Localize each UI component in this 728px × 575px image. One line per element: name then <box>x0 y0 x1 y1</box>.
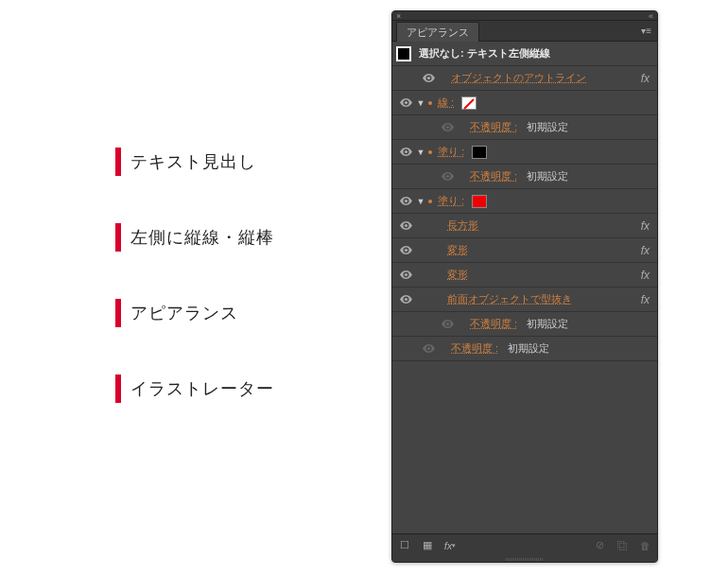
svg-point-5 <box>404 200 407 202</box>
visibility-icon[interactable] <box>396 246 415 254</box>
effect-label[interactable]: 変形 <box>447 243 468 257</box>
fill-label[interactable]: 塗り : <box>438 194 464 208</box>
opacity-row[interactable]: 不透明度 : 初期設定 <box>392 115 657 140</box>
fx-icon[interactable]: fx <box>641 293 650 306</box>
svg-point-7 <box>404 249 407 252</box>
panel-body: 選択なし: テキスト左側縦線 オブジェクトのアウトライン fx ▼ 線 : <box>392 42 657 533</box>
disclosure-icon[interactable]: ▼ <box>415 148 426 157</box>
fx-icon[interactable]: fx <box>641 72 650 85</box>
svg-point-1 <box>404 101 407 104</box>
visibility-icon[interactable] <box>419 344 438 353</box>
red-bar <box>115 148 121 176</box>
close-icon[interactable]: × <box>396 11 401 21</box>
opacity-label[interactable]: 不透明度 : <box>470 169 517 183</box>
svg-point-10 <box>445 322 448 325</box>
opacity-row[interactable]: 不透明度 : 初期設定 <box>392 312 657 337</box>
visibility-icon[interactable] <box>438 320 457 328</box>
opacity-value: 初期設定 <box>527 317 568 331</box>
heading-text: アピアランス <box>130 302 238 324</box>
svg-point-6 <box>404 224 407 227</box>
panel-menu-icon[interactable]: ▾≡ <box>641 26 651 36</box>
new-stroke-icon[interactable]: ☐ <box>398 539 411 552</box>
effect-row-transform[interactable]: 変形 fx <box>392 263 657 288</box>
resize-grip[interactable] <box>392 556 657 562</box>
opacity-label[interactable]: 不透明度 : <box>451 341 498 356</box>
opacity-row[interactable]: 不透明度 : 初期設定 <box>392 165 657 189</box>
effect-row-transform[interactable]: 変形 fx <box>392 238 657 263</box>
visibility-icon[interactable] <box>396 221 415 230</box>
visibility-icon[interactable] <box>396 270 415 279</box>
fill-label[interactable]: 塗り : <box>438 145 464 159</box>
panel-footer: ☐ ▦ fx▾ ⊘ ⿻ 🗑 <box>392 533 657 556</box>
bullet-icon <box>428 150 432 154</box>
effect-label[interactable]: 長方形 <box>447 218 478 233</box>
disclosure-icon[interactable]: ▼ <box>415 98 426 108</box>
appearance-tab[interactable]: アピアランス <box>396 22 479 42</box>
heading-item: イラストレーター <box>115 375 274 403</box>
visibility-icon[interactable] <box>419 74 438 82</box>
heading-item: テキスト見出し <box>115 148 274 176</box>
effect-row-outline[interactable]: オブジェクトのアウトライン fx <box>392 66 657 91</box>
bullet-icon <box>428 101 432 105</box>
new-fill-icon[interactable]: ▦ <box>421 539 434 552</box>
stroke-row[interactable]: ▼ 線 : <box>392 91 657 115</box>
panel-tab-row: アピアランス ▾≡ <box>392 21 657 42</box>
svg-point-11 <box>426 347 429 350</box>
fill-swatch-black[interactable] <box>472 146 487 159</box>
panel-topbar: × « <box>392 11 657 21</box>
visibility-icon[interactable] <box>396 148 415 156</box>
visibility-icon[interactable] <box>396 98 415 107</box>
effect-row-knockout[interactable]: 前面オブジェクトで型抜き fx <box>392 288 657 312</box>
heading-item: 左側に縦線・縦棒 <box>115 223 274 252</box>
appearance-panel: × « アピアランス ▾≡ 選択なし: テキスト左側縦線 オブジェクトのアウトラ… <box>391 10 658 563</box>
object-opacity-row[interactable]: 不透明度 : 初期設定 <box>392 337 657 361</box>
opacity-value: 初期設定 <box>527 120 568 134</box>
selection-thumbnail <box>396 46 411 61</box>
collapse-icon[interactable]: « <box>649 11 653 21</box>
fx-icon[interactable]: fx <box>641 269 650 282</box>
stroke-label[interactable]: 線 : <box>438 96 454 110</box>
fill-swatch-red[interactable] <box>472 195 487 208</box>
heading-text: テキスト見出し <box>130 150 256 173</box>
fx-icon[interactable]: fx <box>641 244 650 257</box>
add-effect-icon[interactable]: fx▾ <box>443 539 457 552</box>
svg-point-4 <box>445 175 448 178</box>
svg-point-3 <box>404 150 407 153</box>
effect-label[interactable]: 前面オブジェクトで型抜き <box>447 292 572 306</box>
stroke-swatch-none[interactable] <box>461 96 477 110</box>
svg-point-9 <box>404 298 407 301</box>
heading-text: イラストレーター <box>130 377 274 400</box>
effect-label[interactable]: 変形 <box>447 268 468 282</box>
bullet-icon <box>428 200 432 203</box>
clear-appearance-icon[interactable]: ⊘ <box>593 539 606 552</box>
heading-text: 左側に縦線・縦棒 <box>130 226 274 249</box>
effect-label[interactable]: オブジェクトのアウトライン <box>451 71 586 85</box>
svg-point-2 <box>445 126 448 129</box>
fill-row-black[interactable]: ▼ 塗り : <box>392 140 657 165</box>
opacity-value: 初期設定 <box>508 341 549 356</box>
opacity-label[interactable]: 不透明度 : <box>470 120 517 134</box>
svg-point-8 <box>404 273 407 276</box>
selection-header-row: 選択なし: テキスト左側縦線 <box>392 42 657 66</box>
opacity-label[interactable]: 不透明度 : <box>470 317 517 331</box>
red-bar <box>115 223 121 252</box>
opacity-value: 初期設定 <box>527 169 568 183</box>
duplicate-icon[interactable]: ⿻ <box>615 539 629 552</box>
fx-icon[interactable]: fx <box>641 219 650 233</box>
red-bar <box>115 375 121 403</box>
selection-title: 選択なし: テキスト左側縦線 <box>419 46 550 61</box>
visibility-icon[interactable] <box>438 172 457 181</box>
visibility-icon[interactable] <box>396 197 415 205</box>
trash-icon[interactable]: 🗑 <box>638 539 651 552</box>
effect-row-rectangle[interactable]: 長方形 fx <box>392 214 657 238</box>
red-bar <box>115 299 121 327</box>
visibility-icon[interactable] <box>396 295 415 304</box>
visibility-icon[interactable] <box>438 123 457 131</box>
fill-row-red[interactable]: ▼ 塗り : <box>392 189 657 214</box>
svg-point-0 <box>426 77 429 79</box>
heading-item: アピアランス <box>115 299 274 327</box>
disclosure-icon[interactable]: ▼ <box>415 197 426 206</box>
